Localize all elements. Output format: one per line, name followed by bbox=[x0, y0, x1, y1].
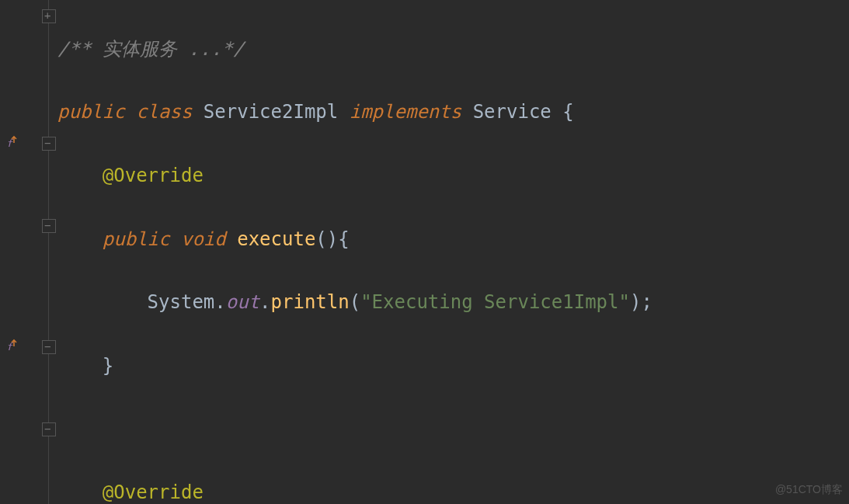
gutter: f f bbox=[0, 0, 57, 504]
class-name: Service2Impl bbox=[204, 101, 338, 123]
fold-icon[interactable] bbox=[42, 340, 56, 354]
method-name: println bbox=[271, 291, 350, 313]
method-name: execute bbox=[237, 228, 315, 250]
code-line[interactable]: public class Service2Impl implements Ser… bbox=[57, 96, 849, 128]
keyword: public bbox=[103, 228, 170, 250]
brace: { bbox=[562, 101, 573, 123]
svg-text:f: f bbox=[6, 137, 14, 149]
annotation: @Override bbox=[103, 481, 204, 503]
code-line[interactable]: System.out.println("Executing Service1Im… bbox=[57, 287, 849, 318]
code-line[interactable]: /** 实体服务 ...*/ bbox=[57, 33, 849, 65]
code-line[interactable] bbox=[57, 413, 849, 445]
parens: () bbox=[315, 228, 338, 250]
keyword: void bbox=[181, 228, 226, 250]
identifier: System bbox=[148, 291, 215, 313]
annotation: @Override bbox=[103, 165, 204, 186]
brace: { bbox=[338, 228, 349, 250]
fold-icon[interactable] bbox=[42, 137, 56, 151]
code-line[interactable]: @Override bbox=[57, 477, 849, 504]
fold-icon[interactable] bbox=[42, 219, 56, 233]
code-line[interactable]: @Override bbox=[57, 160, 849, 192]
code-line[interactable]: public void execute(){ bbox=[57, 224, 849, 255]
override-gutter-icon[interactable]: f bbox=[3, 335, 25, 357]
code-area[interactable]: /** 实体服务 ...*/ public class Service2Impl… bbox=[57, 0, 849, 504]
keyword: implements bbox=[350, 101, 462, 123]
keyword: class bbox=[136, 101, 192, 123]
comment: /** 实体服务 ...*/ bbox=[57, 38, 245, 60]
fold-icon[interactable] bbox=[42, 422, 56, 436]
svg-text:f: f bbox=[6, 341, 14, 353]
code-editor[interactable]: f f /** 实体服务 ...*/ public class Service2… bbox=[0, 0, 849, 504]
keyword: public bbox=[57, 101, 125, 123]
string-literal: "Executing Service1Impl" bbox=[360, 291, 630, 313]
interface-name: Service bbox=[473, 101, 552, 123]
code-line[interactable]: } bbox=[57, 350, 849, 382]
field: out bbox=[226, 291, 259, 313]
override-gutter-icon[interactable]: f bbox=[3, 132, 25, 154]
watermark: @51CTO博客 bbox=[775, 481, 843, 499]
brace: } bbox=[103, 355, 113, 377]
fold-icon[interactable] bbox=[42, 9, 56, 23]
